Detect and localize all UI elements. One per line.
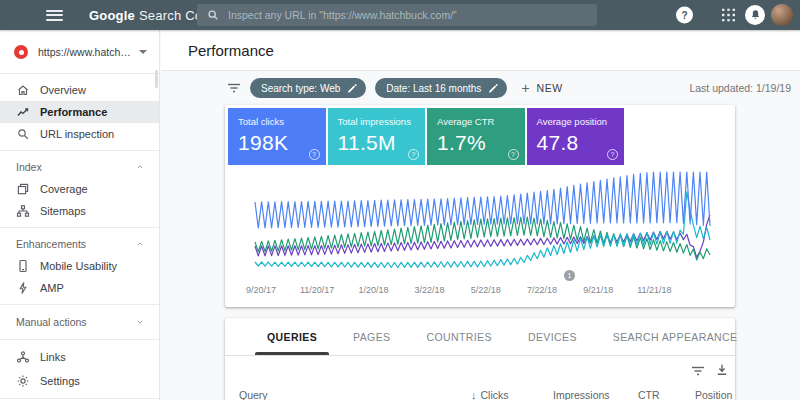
tab-countries[interactable]: COUNTRIES [408,318,509,355]
x-axis-label: 1/20/18 [358,285,388,295]
sidebar-item-label: URL inspection [40,128,114,140]
divider [0,339,159,340]
table-header-row: Query ↓ Clicks Impressions CTR Position [225,386,735,400]
divider [0,304,159,305]
filter-list-icon[interactable] [227,82,241,94]
table-toolbar [225,356,735,386]
plus-icon: + [521,80,529,96]
dimensions-table-card: QUERIES PAGES COUNTRIES DEVICES SEARCH A… [225,318,735,400]
sort-desc-icon: ↓ [471,389,477,400]
notifications-bell-icon[interactable] [745,5,765,25]
chip-label: Date: Last 16 months [386,83,481,94]
chevron-down-icon [139,50,147,54]
smartphone-icon [16,259,30,273]
filter-chip-date[interactable]: Date: Last 16 months [375,78,507,98]
chevron-up-icon [135,162,145,172]
divider [0,398,159,399]
help-icon[interactable]: ? [508,149,519,160]
home-icon [16,83,30,97]
column-header-clicks[interactable]: ↓ Clicks [471,389,509,400]
performance-chart-card: Total clicks 198K ? Total impressions 11… [225,105,735,307]
sidebar-item-performance[interactable]: Performance [0,101,159,123]
url-inspection-input[interactable] [228,9,587,21]
sidebar-item-coverage[interactable]: Coverage [0,178,159,200]
edit-pencil-icon [488,83,498,93]
help-icon[interactable]: ? [676,7,693,24]
tab-search-appearance[interactable]: SEARCH APPEARANCE [595,318,756,355]
x-axis-labels: 9/20/1711/20/171/20/183/22/185/22/187/22… [255,285,710,297]
property-url: https://www.hatchbuck.com/ [38,46,135,58]
search-icon [207,9,219,21]
sidebar-section-manual-actions[interactable]: Manual actions [0,310,159,334]
chart-plot-area[interactable] [255,171,710,271]
x-axis-label: 9/20/17 [246,285,276,295]
performance-chart-icon [16,105,30,119]
metric-card-average-ctr[interactable]: Average CTR 1.7% ? [427,108,525,165]
performance-chart [255,171,710,271]
top-app-bar: GoogleSearch Console ? [0,0,800,30]
sidebar-section-index[interactable]: Index [0,156,159,178]
tab-devices[interactable]: DEVICES [510,318,595,355]
page-title: Performance [188,42,274,59]
divider [0,150,159,151]
column-header-impressions[interactable]: Impressions [553,389,610,400]
amp-lightning-icon [16,281,30,295]
search-icon [16,127,30,141]
download-icon[interactable] [715,363,729,377]
filter-bar: Search type: Web Date: Last 16 months + … [161,71,800,105]
x-axis-label: 7/22/18 [527,285,557,295]
apps-grid-icon[interactable] [722,9,735,22]
page-header: Performance [161,30,800,71]
new-filter-button[interactable]: + NEW [521,80,562,96]
sidebar-item-label: Performance [40,106,107,118]
url-inspection-searchbar[interactable] [197,4,597,26]
chevron-up-icon [135,239,145,249]
sidebar-scrollbar[interactable] [155,70,158,88]
gear-icon [16,374,30,388]
metric-label: Total clicks [238,116,326,127]
help-icon[interactable]: ? [607,149,618,160]
links-hub-icon [16,350,30,364]
column-header-position[interactable]: Position [695,389,732,400]
sidebar-item-label: Coverage [40,183,88,195]
section-label: Manual actions [16,316,135,328]
x-axis-label: 3/22/18 [415,285,445,295]
metric-card-total-clicks[interactable]: Total clicks 198K ? [228,108,326,165]
sidebar-item-sitemaps[interactable]: Sitemaps [0,200,159,222]
table-filter-icon[interactable] [691,365,705,377]
chevron-down-icon [135,317,145,327]
tab-pages[interactable]: PAGES [335,318,408,355]
sidebar-item-links[interactable]: Links [0,345,159,369]
sidebar-item-label: Sitemaps [40,205,86,217]
section-label: Enhancements [16,238,135,250]
account-avatar[interactable] [771,4,793,26]
sidebar-nav: https://www.hatchbuck.com/ Overview Perf… [0,30,160,400]
x-axis-label: 11/21/18 [637,285,671,295]
metric-card-average-position[interactable]: Average position 47.8 ? [527,108,625,165]
sidebar-item-mobile-usability[interactable]: Mobile Usability [0,255,159,277]
x-axis-label: 5/22/18 [471,285,501,295]
column-header-query[interactable]: Query [239,389,268,400]
help-icon[interactable]: ? [408,149,419,160]
metric-card-total-impressions[interactable]: Total impressions 11.5M ? [328,108,426,165]
sidebar-item-label: AMP [40,282,64,294]
sidebar-item-url-inspection[interactable]: URL inspection [0,123,159,145]
sidebar-item-settings[interactable]: Settings [0,369,159,393]
chip-label: Search type: Web [261,83,340,94]
edit-pencil-icon [347,83,357,93]
x-axis-label: 9/21/18 [583,285,613,295]
logo-brand: Google [89,8,135,23]
help-icon[interactable]: ? [309,149,320,160]
filter-chip-search-type[interactable]: Search type: Web [250,78,366,98]
property-selector[interactable]: https://www.hatchbuck.com/ [0,36,159,68]
sidebar-item-amp[interactable]: AMP [0,277,159,299]
new-filter-label: NEW [537,82,563,94]
section-label: Index [16,161,135,173]
menu-icon[interactable] [46,10,63,21]
column-header-ctr[interactable]: CTR [638,389,660,400]
sidebar-item-overview[interactable]: Overview [0,79,159,101]
tab-queries[interactable]: QUERIES [249,318,335,355]
series-clicks [255,172,710,228]
annotation-marker[interactable]: 1 [564,270,575,281]
sidebar-section-enhancements[interactable]: Enhancements [0,233,159,255]
